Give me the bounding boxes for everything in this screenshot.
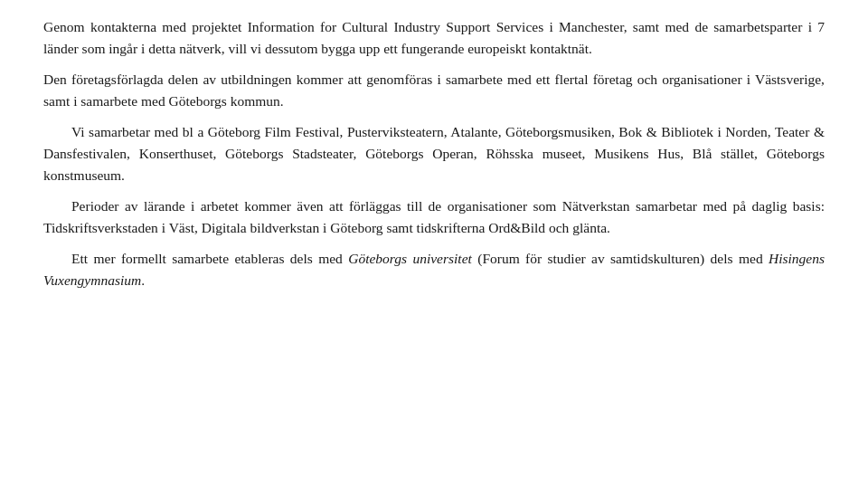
paragraph-5-italic-1: Göteborgs universitet [348,251,472,266]
paragraph-5: Ett mer formellt samarbete etableras del… [43,248,825,291]
paragraph-3: Vi samarbetar med bl a Göteborg Film Fes… [43,121,825,186]
paragraph-1-text: Genom kontakterna med projektet Informat… [43,19,825,56]
paragraph-5-start: Ett mer formellt samarbete etableras del… [71,251,348,266]
paragraph-3-text: Vi samarbetar med bl a Göteborg Film Fes… [43,124,825,183]
paragraph-1: Genom kontakterna med projektet Informat… [43,16,825,60]
page-container: Genom kontakterna med projektet Informat… [0,0,868,486]
main-content: Genom kontakterna med projektet Informat… [43,16,825,291]
paragraph-2-text: Den företagsförlagda delen av utbildning… [43,71,825,109]
paragraph-5-middle: (Forum för studier av samtidskulturen) d… [472,251,769,266]
paragraph-5-end: . [141,272,145,288]
paragraph-4: Perioder av lärande i arbetet kommer äve… [43,195,825,239]
paragraph-4-text: Perioder av lärande i arbetet kommer äve… [43,198,825,235]
paragraph-2: Den företagsförlagda delen av utbildning… [43,69,825,112]
